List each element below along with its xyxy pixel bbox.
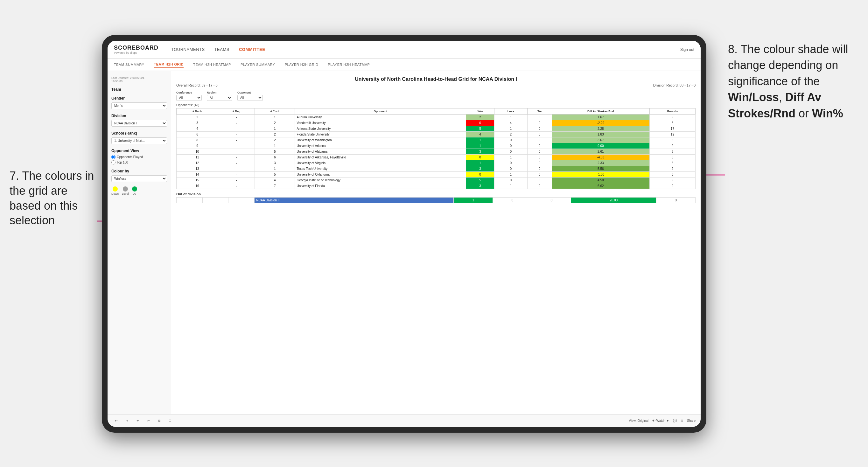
col-opponent: Opponent <box>295 108 466 115</box>
redo-button[interactable]: ↪ <box>123 418 130 424</box>
logo-sub: Powered by clippd <box>114 51 158 54</box>
od-rank <box>177 197 203 203</box>
legend-dot-down <box>113 186 118 191</box>
conference-filter-select[interactable]: All <box>176 95 202 101</box>
comment-button[interactable]: 💬 <box>673 419 677 423</box>
cell-rank: 8 <box>177 137 218 143</box>
cell-win: 1 <box>466 143 494 149</box>
cell-conf: 1 <box>255 166 295 172</box>
table-row: 3 - 2 Vanderbilt University 0 4 0 -2.29 … <box>177 120 695 126</box>
cell-win: 1 <box>466 160 494 166</box>
bottom-toolbar: ↩ ↪ ⬅ ✂ ⧉ ⏱ View: Original 👁 Watch ▼ 💬 ⊞… <box>107 414 701 427</box>
cell-opponent: Arizona State University <box>295 126 466 132</box>
school-select[interactable]: 1. University of Nort... <box>111 137 167 144</box>
present-button[interactable]: ⊞ <box>681 419 683 423</box>
sign-out-button[interactable]: Sign out <box>675 48 694 52</box>
nav-teams[interactable]: TEAMS <box>214 46 229 53</box>
table-row: 10 - 5 University of Alabama 3 0 0 2.61 … <box>177 149 695 155</box>
cell-loss: 1 <box>494 126 527 132</box>
cell-reg: - <box>218 172 255 178</box>
od-tie: 0 <box>532 197 571 203</box>
legend-up: Up <box>132 186 137 195</box>
nav-committee[interactable]: COMMITTEE <box>239 46 266 53</box>
cell-tie: 0 <box>527 183 552 189</box>
overall-record: Overall Record: 89 - 17 - 0 <box>176 83 218 87</box>
watch-button[interactable]: 👁 Watch ▼ <box>652 419 669 423</box>
cell-reg: - <box>218 166 255 172</box>
out-of-division-body: NCAA Division II 1 0 0 26.00 3 <box>177 197 695 203</box>
cut-button[interactable]: ✂ <box>145 418 152 424</box>
tab-player-summary[interactable]: PLAYER SUMMARY <box>241 61 275 68</box>
annotation-left: 7. The colours in the grid are based on … <box>9 168 99 228</box>
legend-level: Level <box>122 186 129 195</box>
colour-by-select[interactable]: Win/loss <box>111 175 167 182</box>
navbar: SCOREBOARD Powered by clippd TOURNAMENTS… <box>107 41 701 59</box>
col-conf: # Conf <box>255 108 295 115</box>
cell-tie: 0 <box>527 160 552 166</box>
cell-reg: - <box>218 149 255 155</box>
cell-opponent: University of Alabama <box>295 149 466 155</box>
tablet: SCOREBOARD Powered by clippd TOURNAMENTS… <box>102 35 706 433</box>
view-original-button[interactable]: View: Original <box>629 419 648 423</box>
cell-win: 5 <box>466 178 494 183</box>
cell-conf: 2 <box>255 137 295 143</box>
col-rounds: Rounds <box>649 108 695 115</box>
cell-diff: 1.83 <box>552 132 649 137</box>
col-win: Win <box>466 108 494 115</box>
cell-loss: 0 <box>494 143 527 149</box>
tab-player-h2h-heatmap[interactable]: PLAYER H2H HEATMAP <box>328 61 370 68</box>
nav-tournaments[interactable]: TOURNAMENTS <box>171 46 205 53</box>
radio-top-100[interactable]: Top 100 <box>111 160 167 164</box>
table-row: 4 - 1 Arizona State University 5 1 0 2.2… <box>177 126 695 132</box>
main-content: Last Updated: 27/03/202416:55:38 Team Ge… <box>107 71 701 414</box>
cell-reg: - <box>218 160 255 166</box>
radio-opponents-played[interactable]: Opponents Played <box>111 155 167 159</box>
cell-win: 2 <box>466 115 494 120</box>
gender-select[interactable]: Men's <box>111 102 167 109</box>
tab-team-h2h-grid[interactable]: TEAM H2H GRID <box>154 61 184 68</box>
cell-diff: 5.56 <box>552 166 649 172</box>
cell-tie: 0 <box>527 149 552 155</box>
cell-opponent: University of Virginia <box>295 160 466 166</box>
undo-button[interactable]: ↩ <box>113 418 120 424</box>
table-row: 15 - 4 Georgia Institute of Technology 5… <box>177 178 695 183</box>
school-label: School (Rank) <box>111 131 167 135</box>
gender-label: Gender <box>111 96 167 100</box>
cell-loss: 0 <box>494 166 527 172</box>
tab-team-summary[interactable]: TEAM SUMMARY <box>114 61 145 68</box>
cell-tie: 0 <box>527 166 552 172</box>
division-select[interactable]: NCAA Division I <box>111 120 167 127</box>
od-rounds: 3 <box>656 197 695 203</box>
annotation-right: 8. The colour shade will change dependin… <box>728 41 862 122</box>
cell-reg: - <box>218 155 255 160</box>
gender-section: Gender Men's <box>111 96 167 109</box>
team-label: Team <box>111 87 167 92</box>
division-section: Division NCAA Division I <box>111 114 167 127</box>
cell-conf: 2 <box>255 120 295 126</box>
od-conf <box>228 197 254 203</box>
region-filter-select[interactable]: All <box>207 95 232 101</box>
tab-team-h2h-heatmap[interactable]: TEAM H2H HEATMAP <box>193 61 231 68</box>
share-button[interactable]: Share <box>687 419 695 423</box>
colour-legend: Down Level Up <box>111 186 167 195</box>
cell-conf: 6 <box>255 155 295 160</box>
copy-button[interactable]: ⧉ <box>156 418 163 424</box>
clock-button[interactable]: ⏱ <box>166 418 174 424</box>
cell-reg: - <box>218 126 255 132</box>
tablet-screen: SCOREBOARD Powered by clippd TOURNAMENTS… <box>107 41 701 427</box>
legend-dot-level <box>123 186 128 191</box>
opponent-filter-select[interactable]: All <box>237 95 263 101</box>
cell-diff: 2.28 <box>552 126 649 132</box>
table-row: 8 - 2 University of Washington 1 0 0 3.6… <box>177 137 695 143</box>
cell-rounds: 12 <box>649 132 695 137</box>
cell-reg: - <box>218 120 255 126</box>
cell-rank: 13 <box>177 166 218 172</box>
legend-dot-up <box>132 186 137 191</box>
tab-player-h2h-grid[interactable]: PLAYER H2H GRID <box>285 61 318 68</box>
cell-rank: 16 <box>177 183 218 189</box>
conference-filter-group: Conference All <box>176 91 202 101</box>
step-back-button[interactable]: ⬅ <box>134 418 141 424</box>
cell-rounds: 8 <box>649 120 695 126</box>
col-reg: # Reg <box>218 108 255 115</box>
cell-loss: 1 <box>494 172 527 178</box>
